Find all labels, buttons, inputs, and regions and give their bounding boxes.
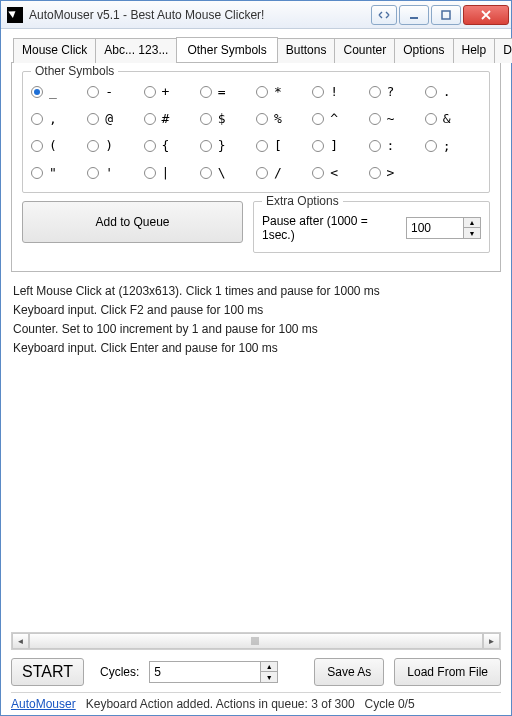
tab-options[interactable]: Options bbox=[394, 38, 453, 63]
radio-icon[interactable] bbox=[200, 140, 212, 152]
tab-abc-123-[interactable]: Abc... 123... bbox=[95, 38, 177, 63]
save-as-button[interactable]: Save As bbox=[314, 658, 384, 686]
symbol-option[interactable]: \ bbox=[200, 165, 256, 180]
symbol-option[interactable]: / bbox=[256, 165, 312, 180]
cycles-spinner[interactable]: ▲ ▼ bbox=[149, 661, 278, 683]
spin-up-icon[interactable]: ▲ bbox=[464, 218, 480, 228]
symbol-option[interactable]: ' bbox=[87, 165, 143, 180]
tab-counter[interactable]: Counter bbox=[334, 38, 395, 63]
radio-icon[interactable] bbox=[369, 167, 381, 179]
symbol-option[interactable]: + bbox=[144, 84, 200, 99]
symbol-option[interactable]: # bbox=[144, 111, 200, 126]
scroll-thumb[interactable] bbox=[29, 633, 483, 649]
radio-icon[interactable] bbox=[425, 86, 437, 98]
radio-icon[interactable] bbox=[312, 86, 324, 98]
symbol-option[interactable]: % bbox=[256, 111, 312, 126]
minimize-button[interactable] bbox=[399, 5, 429, 25]
start-button[interactable]: START bbox=[11, 658, 84, 686]
symbol-char: ? bbox=[387, 84, 395, 99]
radio-icon[interactable] bbox=[31, 167, 43, 179]
symbol-option[interactable]: | bbox=[144, 165, 200, 180]
tab-other-symbols[interactable]: Other Symbols bbox=[176, 37, 277, 62]
symbol-option[interactable]: ? bbox=[369, 84, 425, 99]
symbol-option[interactable]: ( bbox=[31, 138, 87, 153]
radio-icon[interactable] bbox=[87, 113, 99, 125]
cycles-label: Cycles: bbox=[100, 665, 139, 679]
radio-icon[interactable] bbox=[87, 140, 99, 152]
symbol-option[interactable]: ^ bbox=[312, 111, 368, 126]
radio-icon[interactable] bbox=[312, 113, 324, 125]
scroll-left-icon[interactable]: ◄ bbox=[12, 633, 29, 649]
radio-icon[interactable] bbox=[144, 86, 156, 98]
tab-mouse-click[interactable]: Mouse Click bbox=[13, 38, 96, 63]
symbol-option[interactable]: { bbox=[144, 138, 200, 153]
symbol-option[interactable]: } bbox=[200, 138, 256, 153]
symbol-option[interactable]: < bbox=[312, 165, 368, 180]
radio-icon[interactable] bbox=[200, 167, 212, 179]
radio-icon[interactable] bbox=[87, 86, 99, 98]
cycles-input[interactable] bbox=[150, 662, 260, 682]
symbol-option[interactable]: > bbox=[369, 165, 425, 180]
radio-icon[interactable] bbox=[144, 113, 156, 125]
symbol-option[interactable]: @ bbox=[87, 111, 143, 126]
radio-icon[interactable] bbox=[200, 113, 212, 125]
help-button[interactable] bbox=[371, 5, 397, 25]
symbol-option[interactable]: : bbox=[369, 138, 425, 153]
radio-icon[interactable] bbox=[144, 167, 156, 179]
radio-icon[interactable] bbox=[87, 167, 99, 179]
symbol-option[interactable]: = bbox=[200, 84, 256, 99]
automouser-link[interactable]: AutoMouser bbox=[11, 697, 76, 711]
window-title: AutoMouser v5.1 - Best Auto Mouse Clicke… bbox=[29, 8, 371, 22]
symbol-option[interactable]: & bbox=[425, 111, 481, 126]
symbol-option[interactable]: ; bbox=[425, 138, 481, 153]
radio-icon[interactable] bbox=[369, 113, 381, 125]
load-from-file-button[interactable]: Load From File bbox=[394, 658, 501, 686]
tab-donate[interactable]: Donate bbox=[494, 38, 512, 63]
pause-after-input[interactable] bbox=[407, 218, 463, 238]
radio-icon[interactable] bbox=[144, 140, 156, 152]
spin-down-icon[interactable]: ▼ bbox=[464, 228, 480, 238]
maximize-button[interactable] bbox=[431, 5, 461, 25]
spin-down-icon[interactable]: ▼ bbox=[261, 672, 277, 682]
radio-icon[interactable] bbox=[312, 167, 324, 179]
close-button[interactable] bbox=[463, 5, 509, 25]
add-to-queue-button[interactable]: Add to Queue bbox=[22, 201, 243, 243]
symbol-option[interactable]: . bbox=[425, 84, 481, 99]
scroll-track[interactable] bbox=[29, 633, 483, 649]
symbol-option[interactable]: " bbox=[31, 165, 87, 180]
symbol-option[interactable]: - bbox=[87, 84, 143, 99]
pause-after-spinner[interactable]: ▲ ▼ bbox=[406, 217, 481, 239]
symbol-option[interactable]: , bbox=[31, 111, 87, 126]
radio-icon[interactable] bbox=[312, 140, 324, 152]
symbol-option[interactable]: ) bbox=[87, 138, 143, 153]
titlebar: AutoMouser v5.1 - Best Auto Mouse Clicke… bbox=[1, 1, 511, 29]
radio-icon[interactable] bbox=[256, 167, 268, 179]
tab-help[interactable]: Help bbox=[453, 38, 496, 63]
symbol-option[interactable]: [ bbox=[256, 138, 312, 153]
symbol-option[interactable]: $ bbox=[200, 111, 256, 126]
symbol-char: ( bbox=[49, 138, 57, 153]
symbol-char: = bbox=[218, 84, 226, 99]
radio-icon[interactable] bbox=[31, 86, 43, 98]
log-line: Left Mouse Click at (1203x613). Click 1 … bbox=[13, 282, 499, 300]
symbol-option[interactable]: ! bbox=[312, 84, 368, 99]
spin-up-icon[interactable]: ▲ bbox=[261, 662, 277, 672]
symbol-option[interactable]: * bbox=[256, 84, 312, 99]
symbol-char: ^ bbox=[330, 111, 338, 126]
radio-icon[interactable] bbox=[369, 140, 381, 152]
horizontal-scrollbar[interactable]: ◄ ► bbox=[11, 632, 501, 650]
scroll-right-icon[interactable]: ► bbox=[483, 633, 500, 649]
radio-icon[interactable] bbox=[369, 86, 381, 98]
radio-icon[interactable] bbox=[425, 140, 437, 152]
radio-icon[interactable] bbox=[256, 140, 268, 152]
symbol-option[interactable]: ~ bbox=[369, 111, 425, 126]
symbol-option[interactable]: _ bbox=[31, 84, 87, 99]
radio-icon[interactable] bbox=[425, 113, 437, 125]
symbol-option[interactable]: ] bbox=[312, 138, 368, 153]
radio-icon[interactable] bbox=[31, 113, 43, 125]
radio-icon[interactable] bbox=[31, 140, 43, 152]
radio-icon[interactable] bbox=[256, 113, 268, 125]
radio-icon[interactable] bbox=[200, 86, 212, 98]
radio-icon[interactable] bbox=[256, 86, 268, 98]
tab-buttons[interactable]: Buttons bbox=[277, 38, 336, 63]
